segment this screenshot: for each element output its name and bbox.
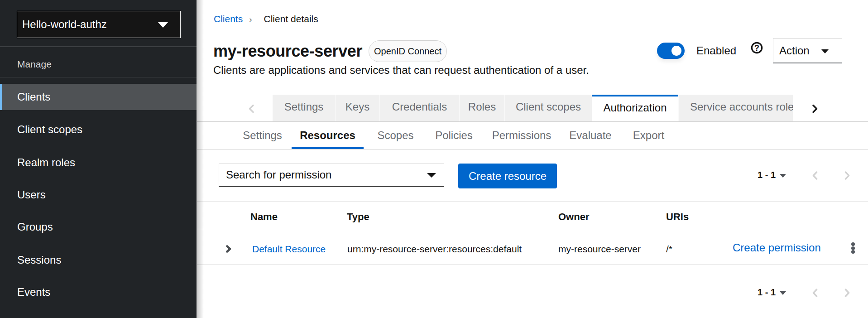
svg-text:?: ? — [754, 43, 759, 53]
